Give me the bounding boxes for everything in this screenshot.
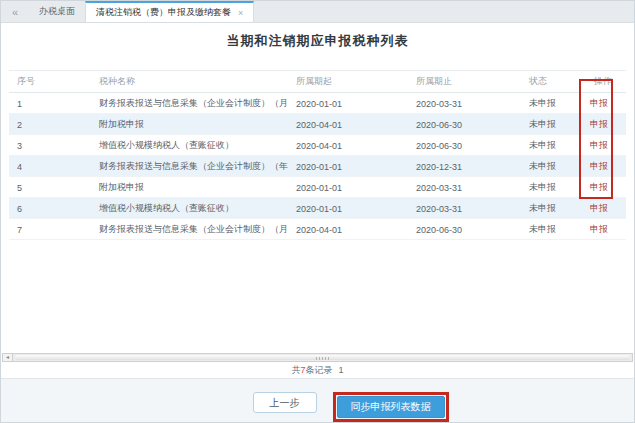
cell-tax-name: 财务报表报送与信息采集（企业会计制度）（月季） (91, 219, 288, 240)
cell-period-start: 2020-01-01 (288, 156, 408, 177)
app-window: « 办税桌面 清税注销税（费）申报及缴纳套餐 × 当期和注销期应申报税种列表 序… (0, 0, 635, 423)
tab-clearance-package[interactable]: 清税注销税（费）申报及缴纳套餐 × (85, 1, 254, 22)
horizontal-scrollbar: ◄ (2, 353, 633, 362)
table-row: 4 财务报表报送与信息采集（企业会计制度）（年度） 2020-01-01 202… (9, 156, 626, 177)
cell-period-end: 2020-06-30 (408, 114, 521, 135)
cell-index: 6 (9, 198, 91, 219)
cell-tax-name: 增值税小规模纳税人（查账征收） (91, 198, 288, 219)
record-count: 共7条记录1 (1, 364, 634, 377)
cell-period-start: 2020-01-01 (288, 198, 408, 219)
collapse-tabs-icon[interactable]: « (1, 1, 29, 22)
col-header-action: 操作 (586, 71, 626, 93)
declare-link[interactable]: 申报 (590, 140, 608, 150)
cell-status: 未申报 (521, 219, 586, 240)
scrollbar-track[interactable] (13, 353, 633, 362)
declare-link[interactable]: 申报 (590, 182, 608, 192)
previous-step-button[interactable]: 上一步 (253, 392, 317, 413)
table-row: 6 增值税小规模纳税人（查账征收） 2020-01-01 2020-03-31 … (9, 198, 626, 219)
cell-status: 未申报 (521, 114, 586, 135)
declare-link[interactable]: 申报 (590, 203, 608, 213)
cell-action: 申报 (586, 156, 626, 177)
scrollbar-grip-icon (316, 357, 330, 360)
highlight-box-sync-button: 同步申报列表数据 (333, 392, 449, 422)
cell-action: 申报 (586, 219, 626, 240)
cell-action: 申报 (586, 93, 626, 114)
col-header-no: 序号 (9, 71, 91, 93)
cell-period-start: 2020-01-01 (288, 177, 408, 198)
cell-period-start: 2020-04-01 (288, 114, 408, 135)
cell-period-end: 2020-03-31 (408, 177, 521, 198)
cell-tax-name: 附加税申报 (91, 177, 288, 198)
cell-index: 4 (9, 156, 91, 177)
tab-label: 清税注销税（费）申报及缴纳套餐 (96, 6, 231, 19)
cell-status: 未申报 (521, 135, 586, 156)
sync-declaration-list-button[interactable]: 同步申报列表数据 (337, 396, 445, 418)
declare-link[interactable]: 申报 (590, 119, 608, 129)
scrollbar-thumb[interactable] (15, 355, 630, 360)
cell-action: 申报 (586, 177, 626, 198)
cell-period-end: 2020-03-31 (408, 93, 521, 114)
cell-status: 未申报 (521, 198, 586, 219)
declare-link[interactable]: 申报 (590, 224, 608, 234)
tax-table: 序号 税种名称 所属期起 所属期止 状态 操作 1 财务报表报送与信息采集（企业… (9, 70, 626, 240)
table-row: 3 增值税小规模纳税人（查账征收） 2020-04-01 2020-06-30 … (9, 135, 626, 156)
col-header-period-end: 所属期止 (408, 71, 521, 93)
close-icon[interactable]: × (238, 8, 243, 18)
cell-period-end: 2020-06-30 (408, 219, 521, 240)
cell-action: 申报 (586, 198, 626, 219)
cell-status: 未申报 (521, 177, 586, 198)
scrollbar-left-arrow-icon[interactable]: ◄ (2, 353, 13, 362)
cell-period-start: 2020-01-01 (288, 93, 408, 114)
tab-label: 办税桌面 (39, 5, 75, 18)
cell-tax-name: 附加税申报 (91, 114, 288, 135)
cell-action: 申报 (586, 135, 626, 156)
cell-period-end: 2020-12-31 (408, 156, 521, 177)
cell-period-end: 2020-06-30 (408, 135, 521, 156)
cell-status: 未申报 (521, 93, 586, 114)
table-row: 7 财务报表报送与信息采集（企业会计制度）（月季） 2020-04-01 202… (9, 219, 626, 240)
page-number[interactable]: 1 (339, 365, 344, 375)
cell-index: 3 (9, 135, 91, 156)
cell-action: 申报 (586, 114, 626, 135)
col-header-status: 状态 (521, 71, 586, 93)
cell-status: 未申报 (521, 156, 586, 177)
cell-tax-name: 财务报表报送与信息采集（企业会计制度）（年度） (91, 156, 288, 177)
cell-tax-name: 增值税小规模纳税人（查账征收） (91, 135, 288, 156)
cell-tax-name: 财务报表报送与信息采集（企业会计制度）（月季） (91, 93, 288, 114)
tab-tax-desktop[interactable]: 办税桌面 (29, 1, 85, 22)
declare-link[interactable]: 申报 (590, 98, 608, 108)
footer-bar: 上一步 同步申报列表数据 (1, 378, 634, 422)
table-row: 2 附加税申报 2020-04-01 2020-06-30 未申报 申报 (9, 114, 626, 135)
cell-period-start: 2020-04-01 (288, 135, 408, 156)
cell-index: 7 (9, 219, 91, 240)
table-row: 1 财务报表报送与信息采集（企业会计制度）（月季） 2020-01-01 202… (9, 93, 626, 114)
cell-period-end: 2020-03-31 (408, 198, 521, 219)
cell-period-start: 2020-04-01 (288, 219, 408, 240)
col-header-period-start: 所属期起 (288, 71, 408, 93)
tab-bar: « 办税桌面 清税注销税（费）申报及缴纳套餐 × (1, 1, 634, 23)
page-title: 当期和注销期应申报税种列表 (1, 32, 634, 50)
table-body: 1 财务报表报送与信息采集（企业会计制度）（月季） 2020-01-01 202… (9, 93, 626, 240)
table-header-row: 序号 税种名称 所属期起 所属期止 状态 操作 (9, 71, 626, 93)
table-row: 5 附加税申报 2020-01-01 2020-03-31 未申报 申报 (9, 177, 626, 198)
cell-index: 1 (9, 93, 91, 114)
record-count-suffix: 条记录 (306, 365, 333, 375)
col-header-tax-name: 税种名称 (91, 71, 288, 93)
cell-index: 2 (9, 114, 91, 135)
cell-index: 5 (9, 177, 91, 198)
declare-link[interactable]: 申报 (590, 161, 608, 171)
button-row: 上一步 同步申报列表数据 (253, 379, 449, 422)
